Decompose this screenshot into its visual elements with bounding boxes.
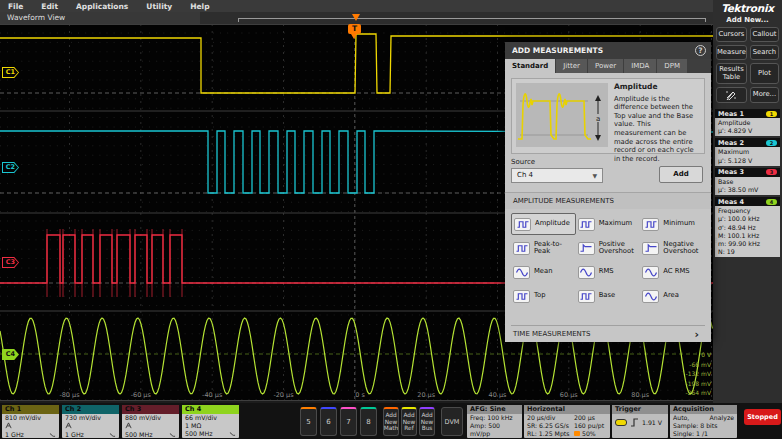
help-icon[interactable]: ? [695,45,706,56]
results-drag-handle[interactable]: ⋮ [713,238,717,264]
tab-jitter[interactable]: Jitter [556,59,588,73]
waveform-view-tab[interactable]: Waveform View [0,12,200,24]
horizontal-panel[interactable]: Horizontal 20 µs/divSR: 6.25 GS/sRL: 1.2… [524,405,610,438]
stopped-button[interactable]: Stopped [744,409,781,425]
voltage-axis-label: -198 mV [686,380,711,387]
time-axis-label: -40 µs [202,391,222,399]
meas-stat-line: Maximum [718,148,777,156]
tab-dpm[interactable]: DPM [657,59,688,73]
search-button[interactable]: Search [750,45,779,60]
amplitude-icon [514,218,531,231]
meas-item-peak-to-peak[interactable]: Peak-to-Peak [511,237,576,259]
dialog-tabs: StandardJitterPowerIMDADPM [505,59,711,73]
draw-button[interactable] [716,87,747,103]
channel-bandwidth: 500 MHz [122,431,179,439]
dvm-button[interactable]: DVM [441,407,463,436]
meas-item-mean[interactable]: Mean [511,261,576,283]
afg-line: Amp: 500 mV/pp [467,422,522,438]
channel-badge-4[interactable]: Ch 466 mV/div1 MΩ500 MHz [182,405,239,438]
tab-bar: Waveform View [0,12,713,24]
channel-pill: 4 [766,199,777,205]
time-axis-label: 20 µs [417,391,435,399]
results-table-button[interactable]: Results Table [716,63,747,84]
peak-to-peak-icon [513,242,530,255]
meas-badge-4[interactable]: Meas 44Frequencyµ': 100.0 kHzσ': 48.94 H… [715,197,780,257]
measurement-description-panel: a Amplitude Amplitude is the difference … [511,78,705,154]
menu-item-utility[interactable]: Utility [146,2,172,11]
meas-item-negative-overshoot[interactable]: Negative Overshoot [640,237,705,259]
meas-item-maximum[interactable]: Maximum [576,213,641,235]
trigger-panel[interactable]: Trigger 1.91 V [612,405,668,438]
description-body: Amplitude is the difference between the … [614,95,694,163]
menu-item-applications[interactable]: Applications [76,2,128,11]
menu-item-edit[interactable]: Edit [41,2,58,11]
add-new-math-button[interactable]: Add New Math [383,407,399,436]
channel-name: Ch 2 [62,405,119,414]
measure-button[interactable]: Measure [716,45,747,60]
meas-item-ac-rms[interactable]: AC RMS [640,261,705,283]
meas-item-amplitude[interactable]: Amplitude [511,213,576,235]
overview-trigger-marker-icon[interactable] [352,14,360,21]
add-new-bus-button[interactable]: Add New Bus [419,407,435,436]
time-axis-label: -80 µs [59,391,79,399]
tab-power[interactable]: Power [588,59,624,73]
menu-bar: FileEditApplicationsUtilityHelp [0,0,713,12]
meas-item-label: Positive Overshoot [599,241,639,256]
trigger-title: Trigger [612,405,668,414]
add-button[interactable]: Add [659,166,703,183]
time-axis-label: 40 µs [489,391,507,399]
cursors-button[interactable]: Cursors [716,27,747,42]
tab-imda[interactable]: IMDA [624,59,657,73]
channel-coupling [62,422,119,431]
meas-badge-2[interactable]: Meas 22Maximumµ': 5.128 V [715,138,780,165]
plot-button[interactable]: Plot [750,63,779,84]
top-icon [513,290,530,303]
meas-badge-body: Baseµ': 38.50 mV [715,177,780,195]
svg-text:a: a [596,115,600,123]
channel-badge-1[interactable]: Ch 1810 mV/div1 GHz [2,405,59,438]
horizontal-position-icon [574,431,580,436]
channel-pill: 2 [766,140,777,146]
callout-button[interactable]: Callout [750,27,779,42]
channel-badge-3[interactable]: Ch 3880 mV/div500 MHz [122,405,179,438]
meas-item-top[interactable]: Top [511,285,576,307]
meas-item-positive-overshoot[interactable]: Positive Overshoot [576,237,641,259]
time-measurements-section[interactable]: TIME MEASUREMENTS › [511,325,705,342]
more----button[interactable]: More... [750,87,779,103]
meas-stat-line: µ': 100.0 kHz [718,215,777,223]
bottom-bar: Ch 1810 mV/div1 GHzCh 2730 mV/div1 GHzCh… [0,403,782,439]
channel-badge-2[interactable]: Ch 2730 mV/div1 GHz [62,405,119,438]
afg-panel[interactable]: AFG: Sine Freq: 100 kHzAmp: 500 mV/ppOff… [467,405,522,438]
channel-6-button[interactable]: 6 [320,407,337,436]
acquisition-title: Acquisition [670,405,737,414]
meas-badge-3[interactable]: Meas 33Baseµ': 38.50 mV [715,168,780,195]
channel-5-button[interactable]: 5 [300,407,317,436]
horizontal-line: RL: 1.25 Mpts [524,430,571,438]
channel-scale: 730 mV/div [62,414,119,422]
meas-stat-line: Base [718,178,777,186]
channel-bandwidth: 1 GHz [2,431,59,439]
negative-overshoot-icon [642,242,659,255]
record-overview-bar[interactable] [238,18,706,22]
meas-badge-header: Meas 44 [715,197,780,206]
meas-badge-body: Maximumµ': 5.128 V [715,147,780,165]
channel-8-button[interactable]: 8 [360,407,377,436]
menu-item-help[interactable]: Help [190,2,209,11]
amplitude-measurements-header: AMPLITUDE MEASUREMENTS [505,192,711,209]
ac-rms-icon [642,266,659,279]
meas-item-minimum[interactable]: Minimum [640,213,705,235]
meas-item-rms[interactable]: RMS [576,261,641,283]
meas-stat-line: µ': 5.128 V [718,157,777,165]
meas-badge-1[interactable]: Meas 11Amplitudeµ': 4.829 V [715,109,780,136]
channel-bandwidth: 1 GHz [62,431,119,439]
source-dropdown[interactable]: Ch 4 ▼ [511,168,603,183]
tab-standard[interactable]: Standard [505,59,556,73]
menu-item-file[interactable]: File [8,2,23,11]
meas-item-area[interactable]: Area [640,285,705,307]
meas-name: Meas 3 [718,168,744,176]
meas-item-base[interactable]: Base [576,285,641,307]
add-new-ref-button[interactable]: Add New Ref [401,407,417,436]
trigger-position-flag[interactable]: T [348,24,361,34]
acquisition-panel[interactable]: Acquisition Auto, Analyze Sample: 8 bits… [670,405,737,438]
channel-7-button[interactable]: 7 [340,407,357,436]
